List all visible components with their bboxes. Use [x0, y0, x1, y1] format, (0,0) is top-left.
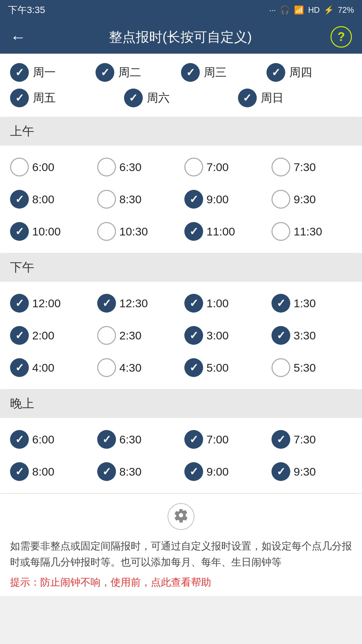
time-label: 6:30: [119, 433, 141, 446]
time-item[interactable]: 11:30: [268, 215, 355, 248]
time-item[interactable]: 9:30: [268, 183, 355, 215]
time-label: 2:00: [32, 329, 54, 342]
day-item-周二[interactable]: 周二: [96, 63, 181, 82]
wifi-icon: 📶: [294, 5, 304, 15]
time-item[interactable]: 6:00: [7, 423, 94, 455]
time-label: 7:00: [206, 433, 229, 446]
time-checkbox: [97, 326, 116, 345]
time-item[interactable]: 8:00: [7, 455, 94, 488]
settings-button[interactable]: [168, 503, 194, 530]
hint-text[interactable]: 提示：防止闹钟不响，使用前，点此查看帮助: [10, 576, 352, 589]
time-checkbox: [184, 222, 203, 241]
time-item[interactable]: 3:00: [181, 319, 268, 352]
time-checkbox: [272, 358, 290, 377]
time-item[interactable]: 4:30: [94, 352, 181, 384]
time-checkbox: [272, 326, 290, 345]
time-checkbox: [184, 462, 203, 481]
time-item[interactable]: 4:00: [7, 352, 94, 384]
time-label: 6:00: [32, 433, 54, 446]
time-checkbox: [272, 158, 290, 176]
status-bar: 下午3:35 ··· 🎧 📶 HD ⚡ 72%: [0, 0, 362, 20]
day-item-周三[interactable]: 周三: [181, 63, 266, 82]
time-grid: 6:00 6:30 7:00 7:30 8:00 8:30 9:00 9:30: [0, 418, 362, 493]
time-item[interactable]: 7:00: [181, 151, 268, 183]
day-item-周六[interactable]: 周六: [124, 89, 238, 107]
time-label: 12:30: [119, 297, 148, 310]
day-item-周一[interactable]: 周一: [10, 63, 96, 82]
time-item[interactable]: 1:00: [181, 287, 268, 319]
settings-area: 如需要非整点或固定间隔报时，可通过自定义报时设置，如设定每个点几分报时或每隔几分…: [0, 493, 362, 596]
time-item[interactable]: 3:30: [268, 319, 355, 352]
day-checkbox: [238, 89, 257, 107]
time-label: 5:00: [206, 361, 229, 374]
time-checkbox: [184, 430, 203, 449]
time-checkbox: [97, 430, 116, 449]
time-checkbox: [184, 190, 203, 209]
battery-level: 72%: [338, 5, 354, 15]
time-item[interactable]: 10:00: [7, 215, 94, 248]
day-item-周五[interactable]: 周五: [10, 89, 124, 107]
time-item[interactable]: 12:00: [7, 287, 94, 319]
time-item[interactable]: 1:30: [268, 287, 355, 319]
time-item[interactable]: 9:30: [268, 455, 355, 488]
time-item[interactable]: 9:00: [181, 183, 268, 215]
time-item[interactable]: 11:00: [181, 215, 268, 248]
time-item[interactable]: 8:30: [94, 455, 181, 488]
time-label: 7:30: [294, 433, 316, 446]
time-checkbox: [184, 358, 203, 377]
time-checkbox: [10, 358, 29, 377]
time-item[interactable]: 8:30: [94, 183, 181, 215]
help-button[interactable]: ?: [330, 26, 352, 48]
time-item[interactable]: 5:00: [181, 352, 268, 384]
time-checkbox: [272, 462, 290, 481]
time-item[interactable]: 8:00: [7, 183, 94, 215]
back-button[interactable]: ←: [10, 28, 30, 46]
time-item[interactable]: 2:00: [7, 319, 94, 352]
time-label: 1:30: [294, 297, 316, 310]
status-time: 下午3:35: [8, 4, 45, 16]
section-header: 晚上: [0, 389, 362, 418]
day-checkbox: [10, 63, 29, 82]
day-checkbox: [181, 63, 200, 82]
app-header: ← 整点报时(长按可自定义) ?: [0, 20, 362, 54]
time-item[interactable]: 7:30: [268, 423, 355, 455]
time-checkbox: [272, 190, 290, 209]
time-item[interactable]: 6:30: [94, 423, 181, 455]
time-checkbox: [97, 190, 116, 209]
time-label: 6:30: [119, 161, 141, 174]
time-label: 7:30: [294, 161, 316, 174]
day-label: 周日: [261, 90, 284, 106]
time-label: 1:00: [206, 297, 229, 310]
time-label: 9:00: [206, 465, 229, 478]
time-label: 4:00: [32, 361, 54, 374]
days-section: 周一 周二 周三 周四 周五 周六 周日: [0, 54, 362, 117]
time-label: 8:00: [32, 193, 54, 206]
time-item[interactable]: 10:30: [94, 215, 181, 248]
info-text: 如需要非整点或固定间隔报时，可通过自定义报时设置，如设定每个点几分报时或每隔几分…: [10, 538, 352, 570]
time-item[interactable]: 9:00: [181, 455, 268, 488]
time-item[interactable]: 2:30: [94, 319, 181, 352]
day-item-周日[interactable]: 周日: [238, 89, 352, 107]
time-item[interactable]: 12:30: [94, 287, 181, 319]
time-grid: 12:00 12:30 1:00 1:30 2:00 2:30 3:00 3:3…: [0, 282, 362, 389]
time-checkbox: [97, 358, 116, 377]
day-item-周四[interactable]: 周四: [266, 63, 352, 82]
time-checkbox: [10, 158, 29, 176]
time-item[interactable]: 6:00: [7, 151, 94, 183]
time-item[interactable]: 7:00: [181, 423, 268, 455]
time-label: 11:30: [294, 225, 322, 238]
time-checkbox: [97, 462, 116, 481]
time-label: 9:30: [294, 193, 316, 206]
time-checkbox: [184, 158, 203, 176]
time-checkbox: [97, 222, 116, 241]
time-item[interactable]: 5:30: [268, 352, 355, 384]
time-checkbox: [97, 294, 116, 313]
time-checkbox: [10, 462, 29, 481]
time-label: 10:30: [119, 225, 148, 238]
time-item[interactable]: 6:30: [94, 151, 181, 183]
time-label: 9:30: [294, 465, 316, 478]
time-label: 7:00: [206, 161, 229, 174]
time-item[interactable]: 7:30: [268, 151, 355, 183]
time-checkbox: [10, 294, 29, 313]
charging-icon: ⚡: [324, 5, 334, 15]
